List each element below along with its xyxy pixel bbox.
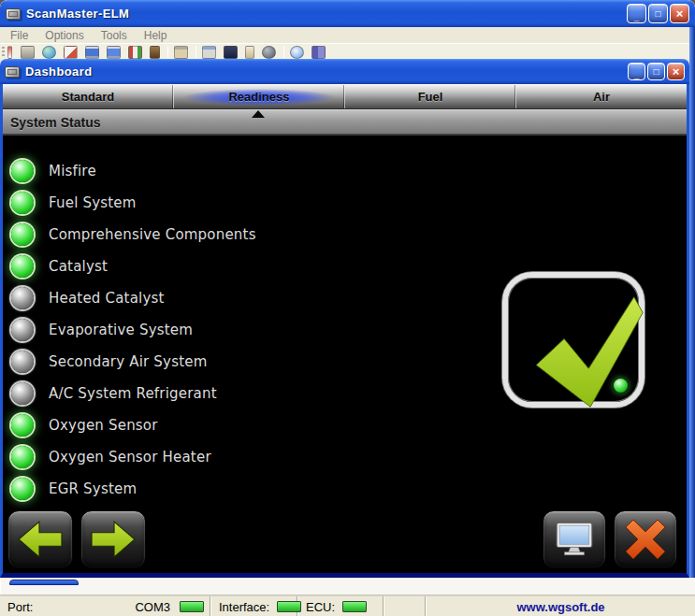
status-led (11, 255, 34, 278)
monitor-label: Secondary Air System (49, 353, 208, 370)
tab-label: Standard (62, 90, 114, 104)
monitor-label: Oxygen Sensor (49, 417, 158, 434)
tab-fuel[interactable]: Fuel (344, 85, 515, 108)
dashboard-chip-icon (5, 66, 20, 78)
tab-standard[interactable]: Standard (3, 85, 173, 108)
app-chip-icon (6, 8, 21, 20)
toolbar-clipboard-icon[interactable] (174, 46, 188, 59)
statusbar-interface-panel: Interface: (211, 596, 297, 616)
tab-label: Air (593, 90, 610, 104)
monitor-label: EGR System (49, 480, 137, 497)
toolbar (0, 43, 695, 59)
toolbar-window-icon[interactable] (202, 46, 216, 59)
toolbar-battery-icon[interactable] (245, 46, 254, 59)
monitor-row: Evaporative System (11, 314, 256, 346)
minimize-button[interactable]: _ (627, 4, 646, 23)
statusbar-empty-panel (384, 596, 426, 616)
menu-file[interactable]: File (2, 29, 36, 42)
close-icon: × (673, 64, 680, 79)
x-icon (625, 519, 666, 560)
exit-button[interactable] (614, 510, 677, 568)
toolbar-world-icon[interactable] (262, 46, 276, 59)
status-led (11, 223, 34, 246)
toolbar-display-icon[interactable] (107, 46, 121, 59)
dashboard-minimize-button[interactable]: _ (628, 63, 645, 80)
status-led (11, 478, 34, 500)
minimize-icon: _ (634, 69, 640, 79)
status-led (11, 382, 34, 405)
monitor-label: Misfire (49, 163, 96, 179)
menu-options[interactable]: Options (36, 29, 92, 42)
toolbar-trash-icon[interactable] (21, 46, 35, 59)
toolbar-separator (283, 46, 284, 58)
arrow-left-icon (18, 521, 63, 558)
interface-label: Interface: (219, 600, 269, 614)
toolbar-separator (167, 46, 168, 58)
toolbar-chart-icon[interactable] (128, 46, 142, 59)
toolbar-report-icon[interactable] (64, 46, 78, 59)
monitor-list: Misfire Fuel System Comprehensive Compon… (11, 155, 256, 505)
client-area-strip (0, 578, 695, 595)
tab-label: Readiness (228, 90, 289, 104)
monitor-row: Catalyst (11, 251, 256, 282)
close-button[interactable]: × (670, 4, 689, 23)
app-window: ScanMaster-ELM _ □ × File Options Tools … (0, 0, 695, 616)
monitor-row: Heated Catalyst (11, 282, 256, 314)
background-window-edge (9, 580, 79, 585)
toolbar-book-icon[interactable] (311, 46, 326, 59)
toolbar-globe-icon[interactable] (42, 46, 56, 59)
monitor-row: Oxygen Sensor (11, 409, 256, 441)
menu-tools[interactable]: Tools (93, 29, 136, 42)
monitor-label: Comprehensive Components (49, 226, 256, 243)
previous-button[interactable] (7, 510, 73, 568)
menu-help[interactable]: Help (136, 29, 176, 42)
toolbar-fuel-icon[interactable] (150, 46, 160, 59)
monitor-label: Oxygen Sensor Heater (49, 449, 211, 466)
monitor-icon (555, 522, 594, 557)
monitor-label: Heated Catalyst (49, 290, 165, 307)
maximize-icon: □ (655, 8, 660, 19)
dashboard-window-controls: _ □ × (628, 63, 685, 80)
monitor-label: Catalyst (49, 258, 108, 275)
website-link[interactable]: www.wgsoft.de (516, 600, 604, 614)
toolbar-grip (2, 47, 5, 58)
ecu-status-led (342, 601, 367, 612)
menubar: File Options Tools Help (0, 27, 695, 43)
toolbar-connect-icon[interactable] (7, 46, 12, 59)
monitor-row: Secondary Air System (11, 346, 256, 378)
toolbar-terminal-icon[interactable] (224, 46, 238, 59)
section-header: System Status (3, 109, 687, 136)
monitor-row: Fuel System (11, 187, 256, 219)
dashboard-close-button[interactable]: × (667, 63, 685, 80)
minimize-icon: _ (634, 11, 640, 21)
maximize-icon: □ (653, 66, 659, 77)
maximize-button[interactable]: □ (648, 4, 668, 23)
status-led (11, 319, 34, 341)
toolbar-monitor-icon[interactable] (85, 46, 99, 59)
dashboard-maximize-button[interactable]: □ (647, 63, 665, 80)
main-window-title: ScanMaster-ELM (26, 7, 129, 21)
statusbar-website-panel: www.wgsoft.de (427, 596, 695, 616)
tab-readiness[interactable]: Readiness (173, 85, 344, 108)
monitor-row: Comprehensive Components (11, 219, 256, 251)
window-right-border (689, 27, 695, 578)
dashboard-body: Standard Readiness Fuel Air System Statu… (0, 84, 689, 578)
toolbar-info-icon[interactable] (290, 46, 304, 59)
status-led (11, 160, 34, 182)
ecu-label: ECU: (306, 600, 335, 614)
monitor-row: EGR System (11, 473, 256, 505)
statusbar-ecu-panel: ECU: (298, 596, 384, 616)
screen-view-button[interactable] (543, 510, 606, 568)
dashboard-titlebar: Dashboard _ □ × (0, 59, 689, 84)
status-led (11, 192, 34, 214)
main-titlebar: ScanMaster-ELM _ □ × (0, 0, 695, 27)
dashboard-window: Dashboard _ □ × Standard Readiness Fuel … (0, 59, 689, 578)
active-tab-pointer-icon (252, 110, 265, 118)
statusbar-port-panel: Port: COM3 (0, 596, 210, 616)
statusbar: Port: COM3 Interface: ECU: www.wgsoft.de (0, 595, 695, 616)
tab-air[interactable]: Air (515, 85, 687, 108)
monitor-label: Fuel System (49, 194, 137, 211)
section-header-label: System Status (10, 115, 100, 130)
readiness-result-indicator (502, 272, 644, 408)
next-button[interactable] (80, 510, 146, 568)
